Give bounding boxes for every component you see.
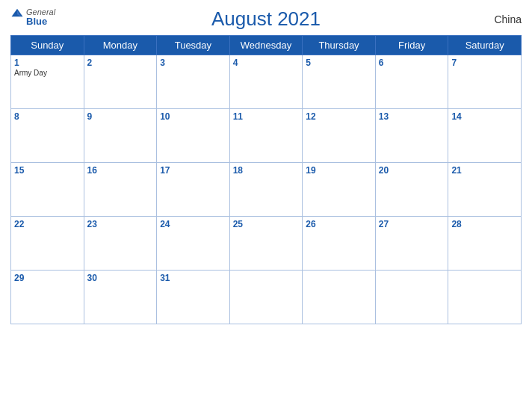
calendar-cell: 30 [84, 271, 157, 324]
day-number: 4 [233, 58, 300, 68]
calendar-container: General Blue August 2021 China SundayMon… [0, 0, 532, 411]
weekday-header-friday: Friday [375, 36, 448, 55]
day-number: 22 [14, 219, 81, 229]
day-number: 9 [87, 111, 154, 122]
calendar-cell: 9 [84, 109, 157, 163]
day-number: 21 [451, 165, 518, 176]
calendar-cell: 8 [11, 109, 84, 163]
day-number: 14 [451, 111, 518, 122]
calendar-cell [448, 271, 522, 324]
calendar-cell: 26 [303, 217, 376, 271]
calendar-cell: 19 [303, 163, 376, 217]
day-number: 10 [160, 111, 226, 122]
calendar-table: SundayMondayTuesdayWednesdayThursdayFrid… [10, 35, 522, 324]
logo-area: General Blue [10, 7, 55, 27]
calendar-cell: 17 [157, 163, 230, 217]
weekday-header-row: SundayMondayTuesdayWednesdayThursdayFrid… [11, 36, 522, 55]
week-row-4: 22232425262728 [11, 217, 522, 271]
calendar-cell [303, 271, 376, 324]
calendar-cell: 10 [157, 109, 230, 163]
holiday-label: Army Day [14, 69, 81, 77]
weekday-header-saturday: Saturday [448, 36, 522, 55]
calendar-cell: 2 [84, 55, 157, 109]
calendar-cell: 27 [375, 217, 448, 271]
calendar-cell: 15 [11, 163, 84, 217]
day-number: 27 [379, 219, 445, 229]
calendar-cell: 16 [84, 163, 157, 217]
calendar-cell: 20 [375, 163, 448, 217]
calendar-cell: 11 [229, 109, 303, 163]
day-number: 6 [379, 58, 445, 68]
weekday-header-wednesday: Wednesday [229, 36, 303, 55]
calendar-cell: 1Army Day [11, 55, 84, 109]
week-row-3: 15161718192021 [11, 163, 522, 217]
calendar-cell: 28 [448, 217, 522, 271]
calendar-cell: 22 [11, 217, 84, 271]
calendar-cell: 13 [375, 109, 448, 163]
calendar-cell: 24 [157, 217, 230, 271]
calendar-header: General Blue August 2021 China [10, 7, 522, 31]
calendar-cell: 12 [303, 109, 376, 163]
logo-icon [10, 7, 24, 18]
day-number: 18 [233, 165, 300, 176]
logo-blue-text: Blue [26, 16, 55, 27]
calendar-cell: 25 [229, 217, 303, 271]
week-row-1: 1Army Day234567 [11, 55, 522, 109]
day-number: 19 [306, 165, 372, 176]
day-number: 29 [14, 273, 81, 283]
calendar-cell: 21 [448, 163, 522, 217]
country-label: China [494, 13, 522, 25]
day-number: 11 [233, 111, 300, 122]
calendar-cell: 29 [11, 271, 84, 324]
calendar-cell: 7 [448, 55, 522, 109]
calendar-cell [229, 271, 303, 324]
day-number: 17 [160, 165, 226, 176]
weekday-header-monday: Monday [84, 36, 157, 55]
calendar-cell: 4 [229, 55, 303, 109]
calendar-cell: 23 [84, 217, 157, 271]
day-number: 26 [306, 219, 372, 229]
week-row-5: 293031 [11, 271, 522, 324]
day-number: 5 [306, 58, 372, 68]
day-number: 8 [14, 111, 81, 122]
week-row-2: 891011121314 [11, 109, 522, 163]
calendar-cell: 18 [229, 163, 303, 217]
calendar-cell: 31 [157, 271, 230, 324]
weekday-header-sunday: Sunday [11, 36, 84, 55]
day-number: 16 [87, 165, 154, 176]
day-number: 24 [160, 219, 226, 229]
weekday-header-thursday: Thursday [303, 36, 376, 55]
day-number: 30 [87, 273, 154, 283]
day-number: 1 [14, 58, 81, 68]
day-number: 12 [306, 111, 372, 122]
weekday-header-tuesday: Tuesday [157, 36, 230, 55]
day-number: 25 [233, 219, 300, 229]
calendar-cell: 3 [157, 55, 230, 109]
day-number: 15 [14, 165, 81, 176]
day-number: 31 [160, 273, 226, 283]
calendar-cell: 5 [303, 55, 376, 109]
day-number: 20 [379, 165, 445, 176]
day-number: 13 [379, 111, 445, 122]
day-number: 23 [87, 219, 154, 229]
calendar-cell: 6 [375, 55, 448, 109]
day-number: 3 [160, 58, 226, 68]
day-number: 7 [451, 58, 518, 68]
calendar-cell [375, 271, 448, 324]
day-number: 28 [451, 219, 518, 229]
calendar-cell: 14 [448, 109, 522, 163]
month-title: August 2021 [211, 7, 321, 31]
day-number: 2 [87, 58, 154, 68]
